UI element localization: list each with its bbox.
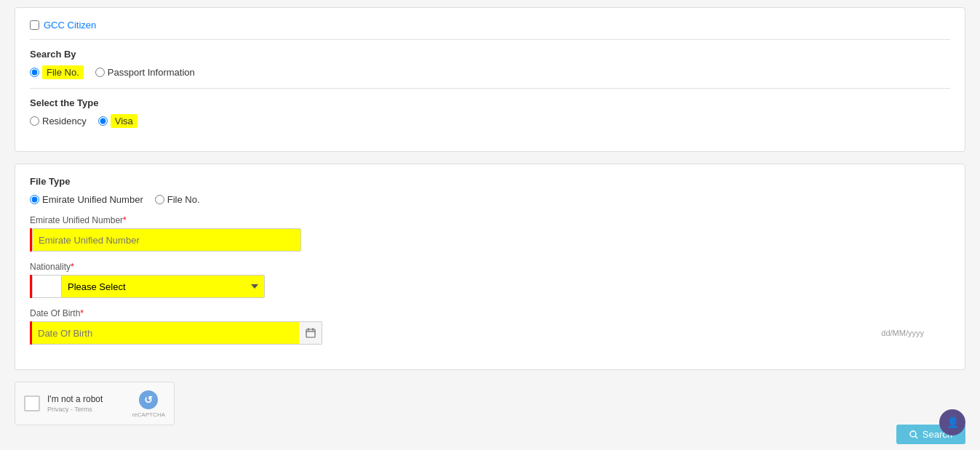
dob-field-group: Date Of Birth* dd/MM/yyyy [30, 308, 950, 345]
select-type-label: Select the Type [30, 97, 950, 108]
recaptcha-check-icon [27, 398, 37, 409]
nationality-input-wrapper: Please Select UAE Saudi Arabia Kuwait Qa… [30, 275, 950, 298]
file-no-highlight: File No. [42, 65, 84, 79]
search-by-passport-radio[interactable] [95, 68, 105, 77]
type-visa-label: Visa [111, 116, 138, 126]
search-by-radio-group: File No. Passport Information [30, 67, 950, 78]
svg-text:↺: ↺ [144, 394, 153, 406]
type-visa-radio[interactable] [98, 116, 108, 126]
divider-2 [30, 88, 950, 89]
file-type-title: File Type [30, 176, 950, 187]
recaptcha-brand: reCAPTCHA [132, 411, 165, 418]
search-by-passport[interactable]: Passport Information [95, 67, 195, 78]
svg-rect-0 [306, 329, 315, 337]
search-by-file-no[interactable]: File No. [30, 67, 84, 78]
emirate-unified-input-wrapper [30, 228, 299, 252]
gcc-citizen-label[interactable]: GCC Citizen [44, 20, 96, 31]
recaptcha-logo: ↺ reCAPTCHA [132, 390, 165, 418]
nationality-empty-box [32, 275, 61, 298]
help-icon-symbol: 👤 [947, 417, 959, 428]
type-residency[interactable]: Residency [30, 116, 87, 126]
page-wrapper: GCC Citizen Search By File No. Passport … [0, 0, 980, 450]
dob-input[interactable] [32, 321, 299, 345]
search-by-file-no-radio[interactable] [30, 68, 39, 77]
recaptcha-checkbox[interactable] [24, 395, 40, 411]
svg-rect-4 [27, 398, 37, 409]
dob-input-wrapper: dd/MM/yyyy [30, 321, 950, 345]
search-icon [909, 430, 918, 439]
calendar-icon [306, 328, 316, 338]
select-type-group: Select the Type Residency Visa [30, 97, 950, 126]
dob-calendar-button[interactable] [299, 321, 322, 345]
file-no-type-label: File No. [167, 194, 200, 205]
nationality-select[interactable]: Please Select UAE Saudi Arabia Kuwait Qa… [61, 275, 265, 298]
file-type-radio-group: Emirate Unified Number File No. [30, 194, 950, 205]
nationality-field-label: Nationality* [30, 262, 950, 272]
type-radio-group: Residency Visa [30, 116, 950, 126]
recaptcha-box[interactable]: I'm not a robot Privacy - Terms ↺ reCAPT… [15, 382, 175, 425]
file-no-type-radio[interactable] [155, 195, 164, 204]
gcc-citizen-row: GCC Citizen [30, 20, 950, 31]
visa-highlight: Visa [111, 114, 138, 128]
emirate-unified-radio[interactable] [30, 195, 39, 204]
file-type-card: File Type Emirate Unified Number File No… [15, 164, 965, 370]
top-card: GCC Citizen Search By File No. Passport … [15, 7, 965, 152]
search-by-file-no-label: File No. [42, 67, 84, 78]
gcc-citizen-checkbox[interactable] [30, 20, 39, 30]
emirate-unified-input[interactable] [32, 228, 301, 252]
type-residency-label: Residency [42, 116, 87, 126]
emirate-unified-radio-label: Emirate Unified Number [42, 194, 143, 205]
emirate-unified-field-group: Emirate Unified Number* [30, 215, 950, 252]
type-residency-radio[interactable] [30, 116, 39, 126]
svg-point-7 [910, 431, 916, 437]
recaptcha-text-area: I'm not a robot Privacy - Terms [47, 394, 125, 413]
emirate-unified-field-label: Emirate Unified Number* [30, 215, 950, 225]
search-by-passport-label: Passport Information [108, 67, 195, 78]
help-icon[interactable]: 👤 [939, 409, 965, 435]
recaptcha-label: I'm not a robot [47, 394, 125, 404]
search-by-label: Search By [30, 49, 950, 60]
recaptcha-logo-icon: ↺ [138, 390, 159, 410]
type-visa[interactable]: Visa [98, 116, 138, 126]
divider-1 [30, 39, 950, 40]
recaptcha-subtext: Privacy - Terms [47, 406, 125, 413]
dob-format-hint: dd/MM/yyyy [881, 329, 924, 337]
dob-field-label: Date Of Birth* [30, 308, 950, 318]
svg-line-8 [915, 436, 917, 438]
nationality-field-group: Nationality* Please Select UAE Saudi Ara… [30, 262, 950, 298]
file-type-emirate[interactable]: Emirate Unified Number [30, 194, 143, 205]
file-type-fileno[interactable]: File No. [155, 194, 200, 205]
search-by-group: Search By File No. Passport Information [30, 49, 950, 78]
